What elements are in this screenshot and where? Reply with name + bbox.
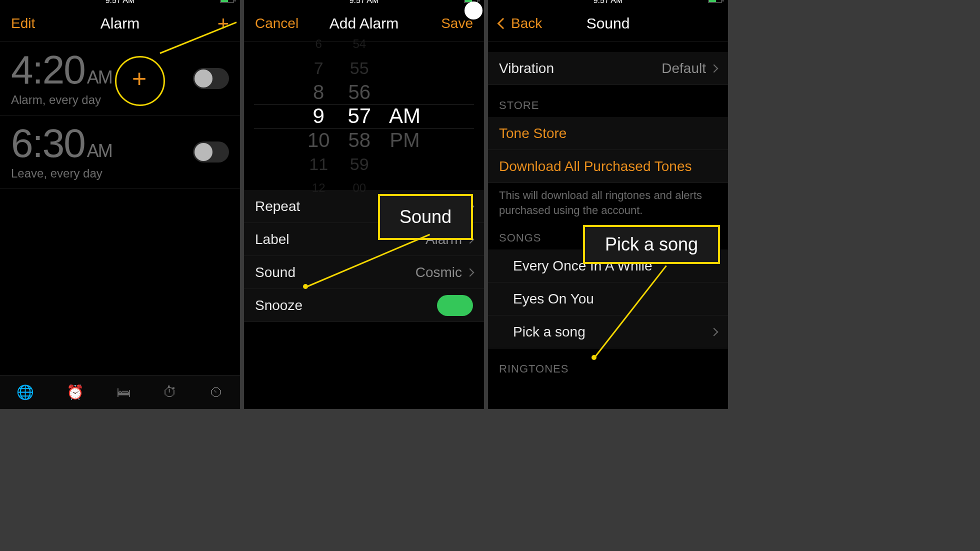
vibration-row[interactable]: Vibration Default [488,52,728,85]
back-button[interactable]: Back [488,5,553,42]
battery-icon [220,0,234,3]
globe-icon: 🌐 [16,386,34,400]
alarm-row[interactable]: 4:20 AM Alarm, every day [0,42,240,116]
alarm-ampm: AM [87,142,112,160]
download-all-link[interactable]: Download All Purchased Tones [488,150,728,183]
picker-minute-col[interactable]: 54 55 56 57 58 59 00 [348,32,371,200]
snooze-toggle[interactable] [437,295,473,316]
picker-minute-selected: 57 [348,104,371,128]
status-time: 9:57 AM [350,0,379,5]
status-bar: 9:57 AM [488,0,728,5]
alarm-subtitle: Leave, every day [11,166,229,180]
alarm-toggle[interactable] [193,142,229,162]
edit-button[interactable]: Edit [0,5,46,42]
snooze-row: Snooze [244,289,484,322]
alarm-time: 6:30 [11,124,85,164]
tab-worldclock[interactable]: 🌐 [16,386,34,400]
page-title: Add Alarm [330,15,398,32]
tutorial-composite: 9:57 AM Edit Alarm + 4:20 AM Alarm, ever… [0,0,728,409]
chevron-left-icon [498,18,509,29]
page-title: Alarm [100,15,140,32]
download-note: This will download all ringtones and ale… [488,183,728,218]
navbar-sound: Back Sound [488,5,728,42]
bed-icon: 🛏 [116,386,130,400]
callout-sound-box: Sound [378,194,473,240]
tab-alarm[interactable]: ⏰ [66,386,84,400]
chevron-right-icon [710,64,718,72]
callout-pick-a-song-box: Pick a song [583,225,720,264]
status-time: 9:57 AM [594,0,623,5]
chevron-right-icon [466,268,474,276]
stopwatch-icon: ⏱ [163,386,177,400]
cancel-button[interactable]: Cancel [244,5,310,42]
section-header-store: STORE [488,85,728,117]
alarm-subtitle: Alarm, every day [11,93,229,107]
status-time: 9:57 AM [106,0,135,5]
picker-ampm-selected: AM [389,104,420,128]
alarm-icon: ⏰ [66,386,84,400]
tab-timer[interactable]: ⏲ [210,386,224,400]
status-bar: 9:57 AM [244,0,484,5]
alarm-time: 4:20 [11,50,85,90]
picker-hour-col[interactable]: 6 7 8 9 10 11 12 [308,32,330,200]
navbar-alarm: Edit Alarm + [0,5,240,42]
alarm-row[interactable]: 6:30 AM Leave, every day [0,116,240,189]
picker-ampm-col[interactable]: AM PM [389,32,420,200]
alarm-ampm: AM [87,68,112,86]
tab-bar: 🌐 ⏰ 🛏 ⏱ ⏲ [0,375,240,409]
tab-bedtime[interactable]: 🛏 [116,386,130,400]
status-bar: 9:57 AM [0,0,240,5]
tone-store-link[interactable]: Tone Store [488,117,728,150]
alarm-toggle[interactable] [193,68,229,89]
tab-stopwatch[interactable]: ⏱ [163,386,177,400]
pick-a-song-row[interactable]: Pick a song [488,316,728,348]
section-header-ringtones: RINGTONES [488,348,728,380]
screen-sound: 9:57 AM Back Sound Vibration Default STO… [488,0,728,409]
screen-alarm-list: 9:57 AM Edit Alarm + 4:20 AM Alarm, ever… [0,0,240,409]
timer-icon: ⏲ [210,386,224,400]
plus-icon: + [218,14,229,34]
page-title: Sound [586,15,630,32]
picker-hour-selected: 9 [312,104,324,128]
battery-icon [708,0,722,3]
time-picker[interactable]: 6 7 8 9 10 11 12 54 55 56 57 58 59 00 [244,42,484,190]
chevron-right-icon [710,328,718,336]
song-row[interactable]: Eyes On You [488,282,728,316]
